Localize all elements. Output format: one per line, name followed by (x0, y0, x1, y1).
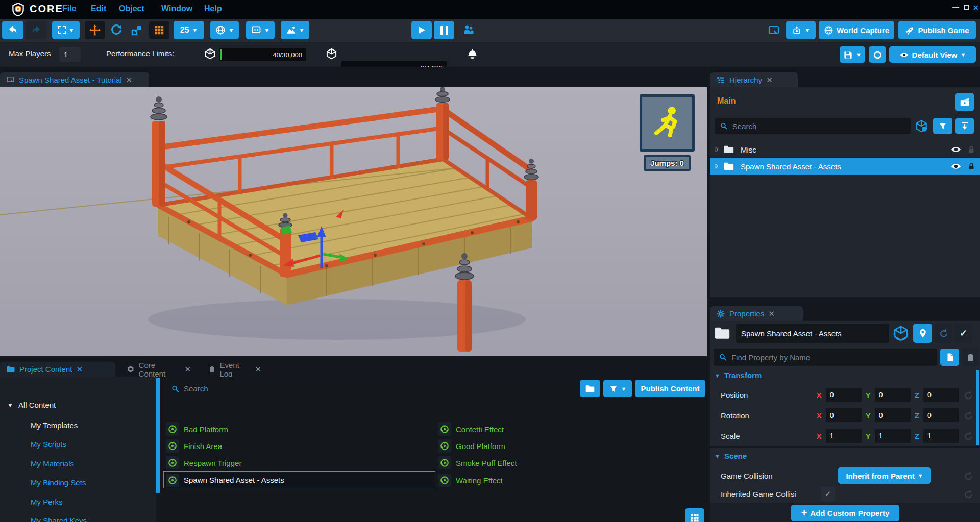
play-button[interactable] (411, 21, 432, 39)
grid-view-button[interactable] (685, 508, 704, 522)
add-custom-property-button[interactable]: + Add Custom Property (791, 505, 899, 521)
undo-button[interactable] (2, 21, 23, 39)
close-tab-icon[interactable]: ✕ (76, 365, 83, 374)
visibility-eye-icon[interactable] (950, 144, 962, 155)
asset-item-selected[interactable]: Spawn Shared Asset - Assets (163, 471, 435, 488)
tree-item-my-perks[interactable]: My Perks (31, 498, 63, 506)
expander-icon[interactable] (713, 146, 720, 153)
scale-tool-button[interactable] (128, 21, 146, 39)
reset-icon[interactable] (963, 470, 974, 481)
tree-item-my-shared-keys[interactable]: My Shared Keys (31, 516, 87, 522)
close-tab-icon[interactable]: ✕ (768, 309, 775, 318)
revert-name-button[interactable] (935, 324, 952, 343)
selection-mode-dropdown[interactable]: ▼ (52, 21, 80, 39)
capture-bot-dropdown[interactable]: ▼ (786, 21, 816, 39)
close-tab-icon[interactable]: ✕ (184, 365, 191, 374)
viewport-3d[interactable]: Jumps: 0 (0, 87, 707, 356)
hierarchy-filter-button[interactable] (933, 118, 952, 134)
copy-properties-button[interactable] (940, 349, 959, 366)
tab-hierarchy[interactable]: Hierarchy ✕ (710, 72, 798, 87)
reset-icon[interactable] (963, 489, 974, 500)
tree-item-all-content[interactable]: ▼ All Content (7, 401, 56, 409)
confirm-name-button[interactable]: ✓ (954, 324, 972, 343)
object-name-field[interactable] (741, 329, 884, 338)
publish-content-button[interactable]: Publish Content (635, 380, 705, 397)
tree-item-my-materials[interactable]: My Materials (31, 459, 74, 468)
publish-game-button[interactable]: Publish Game (898, 21, 976, 39)
viewport-settings-dropdown[interactable]: ▼ (246, 21, 275, 39)
transform-section-header[interactable]: ▼ Transform (715, 371, 762, 380)
tab-project-content[interactable]: Project Content ✕ (0, 362, 115, 377)
close-tab-icon[interactable]: ✕ (766, 76, 773, 85)
multiplayer-preview-button[interactable] (458, 21, 479, 39)
hierarchy-search-field[interactable] (732, 122, 905, 131)
rotate-tool-button[interactable] (107, 21, 126, 39)
tree-item-my-templates[interactable]: My Templates (31, 421, 78, 430)
asset-item[interactable]: Bad Platform (166, 422, 228, 436)
reset-icon[interactable] (963, 410, 974, 421)
reset-icon[interactable] (963, 431, 974, 441)
close-button[interactable]: ✕ (973, 4, 979, 12)
hierarchy-import-button[interactable] (955, 118, 974, 134)
menu-edit[interactable]: Edit (91, 4, 106, 13)
world-capture-button[interactable]: World Capture (819, 21, 894, 39)
move-tool-button[interactable] (85, 21, 105, 39)
properties-scrollbar[interactable] (976, 370, 979, 445)
asset-item[interactable]: Finish Area (166, 439, 222, 453)
max-players-input[interactable]: 1 (59, 47, 81, 62)
position-y-input[interactable]: 0 (875, 388, 911, 402)
tab-properties[interactable]: Properties ✕ (710, 306, 803, 321)
grid-size-dropdown[interactable]: 25 ▼ (174, 21, 204, 39)
position-z-input[interactable]: 0 (923, 388, 959, 402)
scale-y-input[interactable]: 1 (875, 429, 911, 443)
menu-window[interactable]: Window (161, 4, 192, 13)
spawn-point-button[interactable] (913, 324, 932, 343)
reset-icon[interactable] (963, 390, 974, 401)
position-x-input[interactable]: 0 (826, 388, 862, 402)
tree-item-my-binding-sets[interactable]: My Binding Sets (31, 478, 86, 487)
content-search-field[interactable] (184, 384, 432, 393)
find-property-input[interactable] (714, 349, 937, 366)
pause-button[interactable] (434, 21, 454, 39)
cinematic-editor-button[interactable] (955, 93, 974, 111)
hierarchy-search-input[interactable] (715, 118, 911, 134)
rotation-x-input[interactable]: 0 (826, 408, 862, 422)
snap-target-button[interactable] (869, 46, 886, 63)
network-context-icon[interactable] (915, 119, 928, 133)
inherited-collision-checkbox[interactable]: ✓ (821, 487, 835, 501)
networking-icon[interactable] (893, 325, 909, 341)
hierarchy-row-selected[interactable]: Spawn Shared Asset - Assets (710, 158, 980, 175)
rotation-y-input[interactable]: 0 (875, 408, 911, 422)
expander-icon[interactable] (713, 163, 720, 170)
save-dropdown[interactable]: ▼ (840, 46, 865, 63)
scrollbar-thumb[interactable] (156, 378, 160, 493)
default-view-dropdown[interactable]: Default View ▼ (889, 46, 976, 63)
tree-scrollbar[interactable] (156, 377, 160, 522)
paste-properties-button[interactable] (962, 349, 979, 366)
content-folder-button[interactable] (580, 380, 600, 397)
close-tab-icon[interactable]: ✕ (126, 76, 133, 85)
asset-item[interactable]: Good Platform (438, 439, 505, 453)
rotation-z-input[interactable]: 0 (923, 408, 959, 422)
terrain-dropdown[interactable]: ▼ (281, 21, 309, 39)
section-collapse-icon[interactable]: ▼ (715, 372, 720, 379)
viewport-tab[interactable]: Spawn Shared Asset - Tutorial ✕ (0, 72, 149, 87)
asset-item[interactable]: Smoke Puff Effect (438, 456, 517, 469)
lock-icon[interactable] (967, 162, 976, 171)
content-search-input[interactable] (166, 380, 437, 397)
minimize-button[interactable]: — (952, 3, 959, 11)
menu-object[interactable]: Object (119, 4, 144, 13)
visibility-eye-icon[interactable] (950, 161, 962, 172)
world-settings-dropdown[interactable]: ▼ (210, 21, 239, 39)
scale-z-input[interactable]: 1 (923, 429, 959, 443)
hierarchy-row-misc[interactable]: Misc (710, 142, 980, 157)
object-name-input[interactable] (736, 324, 889, 343)
restore-button[interactable] (964, 5, 969, 10)
asset-item[interactable]: Respawn Trigger (166, 456, 241, 469)
asset-item[interactable]: Confetti Effect (438, 422, 504, 436)
content-filter-dropdown[interactable]: ▼ (603, 380, 632, 397)
screenshot-mode-button[interactable] (765, 23, 783, 38)
scene-section-header[interactable]: ▼ Scene (715, 452, 747, 460)
viewport-3d-scene[interactable] (0, 87, 707, 356)
tree-item-my-scripts[interactable]: My Scripts (31, 440, 66, 449)
